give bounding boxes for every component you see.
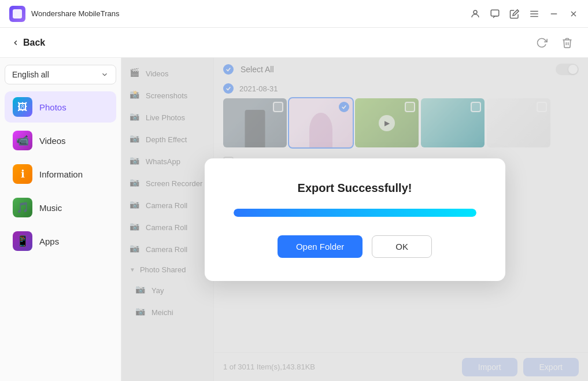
chevron-down-icon	[101, 71, 109, 79]
sidebar-photos-label: Photos	[39, 102, 66, 112]
minimize-button[interactable]	[549, 9, 559, 19]
sidebar-videos-label: Videos	[39, 136, 66, 146]
modal-overlay: Export Successfully! Open Folder OK	[121, 58, 588, 381]
dropdown-label: English all	[12, 70, 49, 79]
progress-bar-fill	[234, 209, 476, 217]
sidebar: English all 🖼 Photos 📹 Videos ℹ Informat…	[0, 58, 121, 381]
music-icon: 🎵	[13, 198, 32, 217]
app-icon-inner	[13, 9, 22, 19]
page-header: Back	[0, 28, 588, 58]
content-area: 🎬 Videos 📸 Screenshots 📷 Live Photos 📷 D…	[121, 58, 588, 381]
info-icon: ℹ	[13, 164, 32, 184]
sidebar-music-label: Music	[39, 203, 62, 213]
apps-icon: 📱	[13, 231, 32, 251]
sidebar-item-apps[interactable]: 📱 Apps	[5, 225, 116, 257]
progress-bar-container	[234, 209, 476, 217]
profile-icon[interactable]	[470, 9, 480, 19]
sidebar-info-label: Information	[39, 169, 83, 179]
refresh-button[interactable]	[532, 34, 551, 52]
modal-title: Export Successfully!	[298, 182, 412, 195]
sidebar-apps-label: Apps	[39, 236, 59, 246]
back-button[interactable]: Back	[12, 38, 45, 48]
title-bar: Wondershare MobileTrans	[0, 0, 588, 28]
main-layout: English all 🖼 Photos 📹 Videos ℹ Informat…	[0, 58, 588, 381]
language-dropdown[interactable]: English all	[5, 65, 116, 84]
sidebar-item-videos[interactable]: 📹 Videos	[5, 125, 116, 156]
title-bar-controls	[470, 9, 579, 19]
ok-button[interactable]: OK	[372, 235, 432, 258]
videos-icon: 📹	[13, 131, 32, 150]
sidebar-item-information[interactable]: ℹ Information	[5, 158, 116, 190]
chat-icon[interactable]	[490, 9, 500, 19]
app-title: Wondershare MobileTrans	[31, 9, 119, 18]
export-success-modal: Export Successfully! Open Folder OK	[205, 158, 505, 281]
header-actions	[532, 34, 576, 52]
delete-button[interactable]	[558, 34, 576, 52]
modal-buttons: Open Folder OK	[278, 235, 432, 258]
close-button[interactable]	[568, 9, 579, 19]
svg-rect-1	[491, 10, 499, 16]
edit-icon[interactable]	[509, 9, 520, 19]
svg-point-0	[474, 10, 477, 14]
photos-icon: 🖼	[13, 97, 32, 117]
menu-icon[interactable]	[529, 9, 539, 19]
sidebar-item-photos[interactable]: 🖼 Photos	[5, 91, 116, 123]
app-icon	[9, 6, 25, 22]
open-folder-button[interactable]: Open Folder	[278, 235, 363, 258]
back-label: Back	[23, 38, 45, 48]
title-bar-left: Wondershare MobileTrans	[9, 6, 119, 22]
sidebar-item-music[interactable]: 🎵 Music	[5, 192, 116, 223]
